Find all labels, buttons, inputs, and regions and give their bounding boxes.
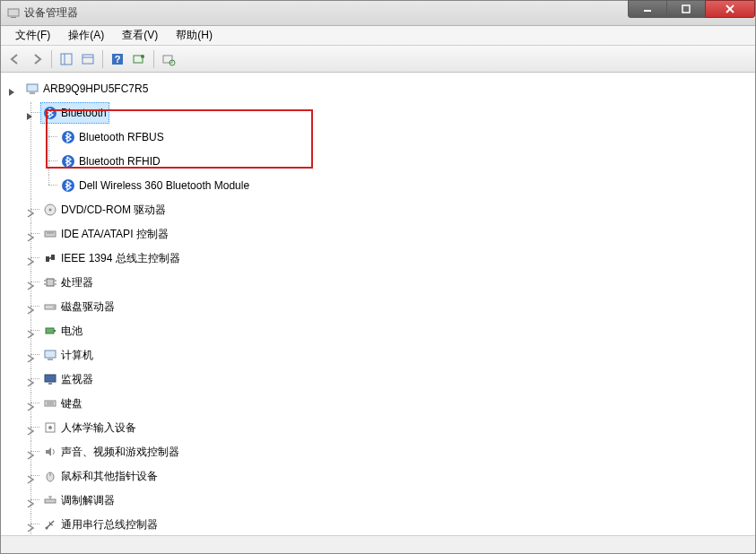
- tree-category[interactable]: 处理器: [22, 272, 752, 296]
- tree-node-label: 监视器: [61, 369, 93, 389]
- svg-point-13: [141, 55, 144, 58]
- expand-icon[interactable]: [26, 229, 35, 238]
- expand-icon[interactable]: [26, 398, 35, 407]
- collapse-icon[interactable]: [8, 83, 17, 92]
- device-manager-window: 设备管理器 文件(F) 操作(A) 查看(V) 帮助(H) ?: [0, 0, 756, 554]
- expand-icon[interactable]: [26, 277, 35, 286]
- svg-rect-27: [51, 255, 55, 260]
- svg-line-28: [49, 257, 51, 259]
- cpu-icon: [43, 275, 57, 290]
- toolbar-separator: [102, 50, 103, 68]
- menu-view[interactable]: 查看(V): [113, 26, 167, 45]
- tree-node-label: 电池: [61, 321, 83, 341]
- tree-category[interactable]: 计算机: [22, 344, 752, 368]
- titlebar: 设备管理器: [1, 1, 755, 26]
- menu-help[interactable]: 帮助(H): [167, 26, 222, 45]
- scan-hardware-button[interactable]: [128, 49, 150, 69]
- tree-category[interactable]: 磁盘驱动器: [22, 296, 752, 320]
- expand-icon[interactable]: [26, 374, 35, 383]
- forward-button[interactable]: [26, 49, 48, 69]
- collapse-icon[interactable]: [26, 108, 35, 117]
- bluetooth-icon: [61, 154, 75, 169]
- ieee1394-icon: [43, 251, 57, 265]
- back-button[interactable]: [4, 49, 26, 69]
- tree-category[interactable]: 声音、视频和游戏控制器: [22, 441, 752, 465]
- expand-icon[interactable]: [26, 253, 35, 262]
- tree-category[interactable]: 电池: [22, 320, 752, 344]
- tree-category[interactable]: 鼠标和其他指针设备: [22, 465, 752, 489]
- svg-point-35: [53, 307, 55, 308]
- show-hide-tree-button[interactable]: [56, 49, 77, 69]
- tree-node-label: Bluetooth: [61, 103, 107, 123]
- tree-device[interactable]: Bluetooth RFBUS: [40, 126, 752, 151]
- properties-button[interactable]: [77, 49, 99, 69]
- svg-rect-24: [45, 231, 56, 237]
- expand-icon[interactable]: [26, 422, 35, 431]
- expand-icon[interactable]: [26, 325, 35, 334]
- menubar: 文件(F) 操作(A) 查看(V) 帮助(H): [1, 26, 755, 46]
- update-driver-button[interactable]: [158, 49, 179, 69]
- tree-node-label: 键盘: [61, 394, 83, 413]
- tree-root[interactable]: ARB9Q9HPU5FC7R5 Bluetooth: [4, 78, 752, 535]
- svg-text:?: ?: [115, 54, 121, 65]
- expand-icon[interactable]: [26, 350, 35, 359]
- svg-rect-6: [61, 54, 72, 65]
- tree-category[interactable]: 调制解调器: [22, 489, 752, 514]
- tree-category-bluetooth[interactable]: Bluetooth Bluetooth RFBUS: [22, 102, 752, 199]
- tree-device[interactable]: Bluetooth RFHID: [40, 151, 752, 175]
- tree-category[interactable]: DVD/CD-ROM 驱动器: [22, 199, 752, 223]
- bluetooth-icon: [43, 106, 57, 120]
- svg-line-55: [49, 522, 50, 524]
- expand-icon[interactable]: [26, 495, 35, 504]
- tree-node-label: Dell Wireless 360 Bluetooth Module: [79, 176, 249, 195]
- svg-rect-14: [163, 56, 172, 63]
- tree-category[interactable]: 通用串行总线控制器: [22, 514, 752, 535]
- expand-icon[interactable]: [26, 204, 35, 213]
- svg-line-54: [50, 524, 53, 525]
- svg-point-46: [48, 426, 52, 429]
- tree-node-label: DVD/CD-ROM 驱动器: [61, 200, 166, 220]
- tree-device[interactable]: Dell Wireless 360 Bluetooth Module: [40, 175, 752, 199]
- svg-rect-1: [11, 17, 16, 18]
- toolbar-separator: [51, 50, 52, 68]
- close-button[interactable]: [705, 0, 755, 18]
- tree-category[interactable]: 人体学输入设备: [22, 417, 752, 441]
- pc-icon: [43, 348, 57, 362]
- window-title: 设备管理器: [24, 5, 78, 21]
- tree-category[interactable]: IDE ATA/ATAPI 控制器: [22, 223, 752, 247]
- modem-icon: [43, 493, 57, 507]
- tree-root-label: ARB9Q9HPU5FC7R5: [43, 79, 148, 99]
- tree-node-label: 处理器: [61, 273, 93, 292]
- expand-icon[interactable]: [26, 446, 35, 455]
- tree-node-label: 鼠标和其他指针设备: [61, 466, 158, 486]
- tree-category[interactable]: IEEE 1394 总线主控制器: [22, 247, 752, 272]
- help-button[interactable]: ?: [107, 49, 128, 69]
- menu-action[interactable]: 操作(A): [59, 26, 113, 45]
- svg-rect-26: [46, 256, 49, 262]
- tree-node-label: 计算机: [61, 345, 93, 365]
- device-tree-panel[interactable]: ARB9Q9HPU5FC7R5 Bluetooth: [1, 73, 755, 535]
- expand-icon[interactable]: [26, 471, 35, 480]
- tree-node-label: 通用串行总线控制器: [61, 515, 158, 534]
- svg-rect-39: [48, 359, 53, 360]
- battery-icon: [43, 324, 57, 338]
- svg-rect-49: [45, 499, 56, 503]
- expand-icon[interactable]: [26, 301, 35, 310]
- expand-icon[interactable]: [26, 519, 35, 528]
- menu-file[interactable]: 文件(F): [6, 26, 59, 45]
- toolbar-separator: [153, 50, 154, 68]
- tree-node-label: IDE ATA/ATAPI 控制器: [61, 224, 169, 244]
- maximize-button[interactable]: [666, 0, 706, 18]
- svg-rect-3: [682, 5, 690, 13]
- svg-rect-36: [46, 328, 54, 333]
- tree-node-label: IEEE 1394 总线主控制器: [61, 248, 180, 268]
- tree-category[interactable]: 监视器: [22, 368, 752, 393]
- minimize-button[interactable]: [628, 0, 667, 18]
- disk-icon: [43, 299, 57, 314]
- tree-node-label: 声音、视频和游戏控制器: [61, 442, 179, 462]
- computer-icon: [25, 82, 39, 96]
- svg-rect-41: [48, 383, 52, 385]
- tree-category[interactable]: 键盘: [22, 393, 752, 417]
- svg-rect-29: [47, 279, 54, 286]
- bluetooth-icon: [61, 130, 75, 144]
